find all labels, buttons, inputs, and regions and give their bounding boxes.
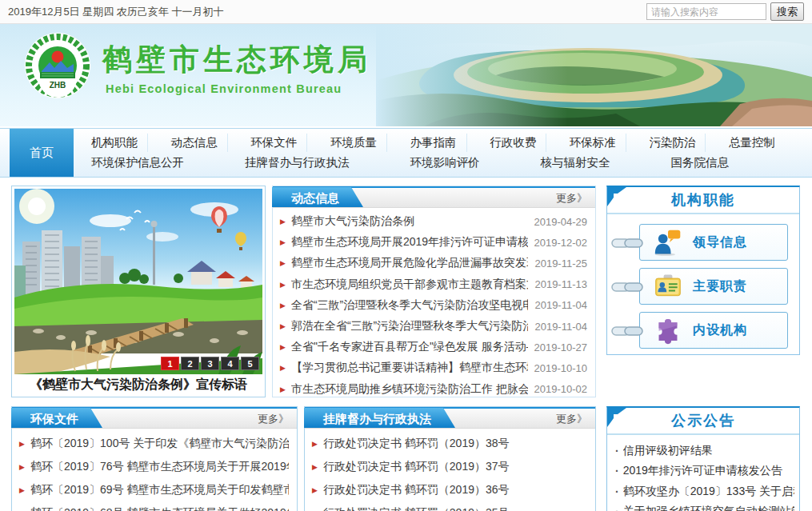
- corner-decoration: [607, 187, 626, 206]
- enforcement-link[interactable]: 行政处罚决定书 鹤环罚（2019）38号: [323, 437, 587, 451]
- dot-icon: ·: [615, 485, 619, 498]
- pager-page-4[interactable]: 4: [221, 357, 239, 370]
- pager-page-3[interactable]: 3: [201, 357, 219, 370]
- docs-tab[interactable]: 环保文件: [11, 408, 102, 428]
- news-more-link[interactable]: 更多》: [556, 188, 595, 207]
- main-duties-button[interactable]: 主要职责: [639, 268, 788, 305]
- nav-item-dongtaixinxi[interactable]: 动态信息: [162, 134, 228, 152]
- pager-page-2[interactable]: 2: [181, 357, 199, 370]
- enforcement-row: ▶ 行政处罚决定书 鹤环罚（2019）36号: [305, 478, 595, 501]
- news-row: ▶ 全省"千名专家进百县帮万企"绿色发展 服务活动——陶瓷 2019-10-27: [273, 337, 595, 357]
- news-link[interactable]: 鹤壁市大气污染防治条例: [291, 214, 528, 229]
- nav-item-huanjingzhiliang[interactable]: 环境质量: [321, 134, 387, 152]
- doc-link[interactable]: 鹤环〔2019〕76号 鹤壁市生态环境局关于开展2019年“安全生: [30, 460, 289, 474]
- enforcement-link[interactable]: 行政处罚决定书 鹤环罚（2019）36号: [323, 483, 587, 497]
- nav-item-jigouzhineng[interactable]: 机构职能: [82, 134, 148, 152]
- bullet-icon: ▶: [280, 218, 286, 226]
- bullet-icon: ▶: [280, 385, 286, 393]
- pager-page-5[interactable]: 5: [241, 357, 259, 370]
- notice-link[interactable]: 关于加强乡镇环境空气自动检测站管: [623, 505, 794, 511]
- brand-block: 鹤壁市生态环境局 Hebi Ecological Environment Bur…: [102, 40, 371, 95]
- search-button[interactable]: 搜索: [770, 2, 804, 21]
- bullet-icon: ▶: [280, 343, 286, 351]
- notice-row: · 关于加强乡镇环境空气自动检测站管: [614, 502, 794, 511]
- carousel-panel: 1 2 3 4 5 《鹤壁市大气污染防治条例》宣传标语: [11, 186, 266, 397]
- nav-row-1: 机构职能 动态信息 环保文件 环境质量 办事指南 行政收费 环保标准 污染防治 …: [74, 134, 812, 152]
- docs-header: 环保文件 更多》: [12, 407, 297, 429]
- nav-item-huanbaobiaozhun[interactable]: 环保标准: [560, 134, 626, 152]
- search-input[interactable]: [646, 3, 766, 20]
- news-date: 2019-11-25: [534, 257, 587, 269]
- nav-item-xinxigongkai[interactable]: 环境保护信息公开: [82, 154, 194, 172]
- carousel-slide[interactable]: 1 2 3 4 5: [14, 189, 262, 374]
- nav-item-banshizhinan[interactable]: 办事指南: [401, 134, 467, 152]
- bullet-icon: ▶: [312, 486, 318, 494]
- bullet-icon: ▶: [19, 486, 25, 494]
- person-chat-icon: [654, 228, 682, 257]
- nav-item-guowuyuan[interactable]: 国务院信息: [662, 154, 739, 172]
- news-row: ▶ 市生态环境局助推乡镇环境污染防治工作 把脉会诊找路径 2019-10-02: [273, 379, 595, 400]
- chain-link-icon: [611, 325, 645, 337]
- news-link[interactable]: 全省"千名专家进百县帮万企"绿色发展 服务活动——陶瓷: [291, 340, 528, 354]
- news-row: ▶ 鹤壁市生态环境局开展危险化学品泄漏事故突发环境事件 2019-11-25: [273, 253, 595, 273]
- news-tab[interactable]: 动态信息: [272, 187, 363, 207]
- notice-link[interactable]: 鹤环攻坚办〔2019〕133号 关于启动: [623, 485, 794, 499]
- pager-page-1[interactable]: 1: [161, 357, 179, 370]
- dot-icon: ·: [615, 505, 619, 511]
- doc-link[interactable]: 鹤环〔2019〕69号 鹤壁市生态环境局关于印发鹤壁市2019: [30, 483, 289, 497]
- carousel-pager: 1 2 3 4 5: [161, 357, 259, 370]
- doc-link[interactable]: 鹤环〔2019〕68号 鹤壁市生态环境局关于做好2019年环境日: [30, 506, 289, 511]
- nav-item-yingxiangpingjia[interactable]: 环境影响评价: [401, 154, 490, 172]
- org-button-label: 领导信息: [693, 234, 747, 251]
- date-text: 2019年12月5日 星期四 农历己亥年 十一月初十: [8, 5, 223, 19]
- docs-panel: 环保文件 更多》 ▶ 鹤环〔2019〕100号 关于印发《鹤壁市大气污染防治条例…: [11, 406, 298, 511]
- notice-row: · 鹤环攻坚办〔2019〕133号 关于启动: [614, 481, 794, 502]
- news-link[interactable]: 市生态环境局组织党员干部参观市主题教育档案文献馆: [291, 277, 529, 292]
- nav-item-huanbaowenjian[interactable]: 环保文件: [241, 134, 307, 152]
- news-row: ▶ 市生态环境局组织党员干部参观市主题教育档案文献馆 2019-11-13: [273, 274, 595, 295]
- notice-link[interactable]: 2019年排污许可证申请核发公告: [623, 464, 794, 478]
- doc-row: ▶ 鹤环〔2019〕100号 关于印发《鹤壁市大气污染防治条例行政: [12, 432, 297, 455]
- nav-item-xingzhengshoufei[interactable]: 行政收费: [480, 134, 546, 152]
- site-title: 鹤壁市生态环境局: [102, 40, 371, 80]
- carousel-caption[interactable]: 《鹤壁市大气污染防治条例》宣传标语: [14, 374, 262, 393]
- bullet-icon: ▶: [19, 463, 25, 471]
- news-link[interactable]: 鹤壁市生态环境局开展2019年排污许可证申请核发工作动: [291, 235, 528, 250]
- notice-link[interactable]: 信用评级初评结果: [623, 444, 794, 458]
- leader-info-button[interactable]: 领导信息: [639, 224, 788, 261]
- nav-item-guapaiduban[interactable]: 挂牌督办与行政执法: [235, 154, 359, 172]
- bullet-icon: ▶: [280, 238, 286, 246]
- enforcement-link[interactable]: 行政处罚决定书 鹤环罚（2019）37号: [323, 460, 587, 474]
- docs-more-link[interactable]: 更多》: [258, 409, 297, 428]
- docs-list: ▶ 鹤环〔2019〕100号 关于印发《鹤壁市大气污染防治条例行政 ▶ 鹤环〔2…: [12, 429, 297, 511]
- org-title: 机构职能: [671, 192, 735, 208]
- nav-home[interactable]: 首页: [10, 129, 74, 177]
- news-link[interactable]: 市生态环境局助推乡镇环境污染防治工作 把脉会诊找路径: [291, 382, 528, 397]
- news-link[interactable]: 郭浩在全省“三散”污染治理暨秋冬季大气污染防治攻坚: [291, 319, 529, 333]
- doc-link[interactable]: 鹤环〔2019〕100号 关于印发《鹤壁市大气污染防治条例行政: [30, 437, 289, 451]
- internal-orgs-button[interactable]: 内设机构: [639, 312, 788, 349]
- enforcement-link[interactable]: 行政处罚决定书 鹤环罚（2019）35号: [323, 506, 587, 511]
- notices-title: 公示公告: [671, 413, 735, 429]
- enforcement-row: ▶ 行政处罚决定书 鹤环罚（2019）38号: [305, 432, 595, 455]
- news-row: ▶ 全省“三散”治理暨秋冬季大气污染防治攻坚电视电话会 2019-11-04: [273, 295, 595, 316]
- nav-item-heyufushe[interactable]: 核与辐射安全: [531, 154, 620, 172]
- news-date: 2019-10-27: [534, 341, 588, 353]
- news-link[interactable]: 鹤壁市生态环境局开展危险化学品泄漏事故突发环境事件: [291, 256, 529, 270]
- main-nav: 首页 机构职能 动态信息 环保文件 环境质量 办事指南 行政收费 环保标准 污染…: [0, 128, 812, 178]
- nav-item-zongliangkongzhi[interactable]: 总量控制: [719, 134, 785, 152]
- org-button-label: 内设机构: [693, 322, 747, 339]
- enforcement-more-link[interactable]: 更多》: [556, 409, 595, 428]
- enforcement-tab[interactable]: 挂牌督办与行政执法: [304, 408, 455, 428]
- news-link[interactable]: 【学习贯彻总书记重要讲话精神】鹤壁市生态环境局局长: [291, 361, 528, 375]
- enforcement-row: ▶ 行政处罚决定书 鹤环罚（2019）35号: [305, 501, 595, 511]
- news-link[interactable]: 全省“三散”治理暨秋冬季大气污染防治攻坚电视电话会: [291, 298, 529, 313]
- bullet-icon: ▶: [312, 440, 318, 448]
- river-landscape-photo: [376, 24, 812, 126]
- bullet-icon: ▶: [312, 463, 318, 471]
- news-date: 2019-11-04: [534, 299, 587, 311]
- nav-item-wuranfangzhi[interactable]: 污染防治: [639, 134, 706, 152]
- dot-icon: ·: [615, 445, 619, 457]
- notices-header: 公示公告: [607, 408, 799, 435]
- org-button-label: 主要职责: [693, 278, 747, 295]
